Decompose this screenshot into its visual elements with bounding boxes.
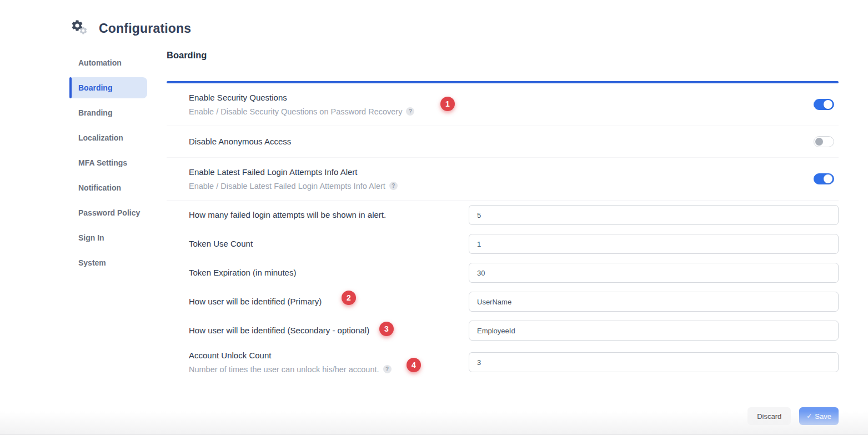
section-title: Boarding [167, 38, 839, 61]
annotation-badge-2: 2 [342, 291, 356, 305]
sidebar-item-password-policy[interactable]: Password Policy [69, 202, 147, 223]
sidebar-item-boarding[interactable]: Boarding [69, 77, 147, 98]
settings-gears-icon [71, 19, 89, 38]
content: Automation Boarding Branding Localizatio… [0, 38, 868, 425]
setting-row-user-identified-secondary: How user will be identified (Secondary -… [167, 316, 839, 345]
discard-button[interactable]: Discard [747, 407, 791, 425]
token-expiration-input[interactable] [469, 263, 839, 283]
app-header: Configurations [0, 0, 868, 38]
sidebar-item-notification[interactable]: Notification [69, 177, 147, 198]
setting-label: Account Unlock Count [189, 349, 469, 362]
sidebar-item-sign-in[interactable]: Sign In [69, 227, 147, 248]
toggle-latest-failed-login-alert[interactable] [814, 173, 834, 184]
annotation-badge-4: 4 [407, 358, 421, 372]
account-unlock-count-input[interactable] [469, 352, 839, 372]
help-icon[interactable]: ? [406, 107, 414, 116]
page-title: Configurations [99, 21, 191, 36]
setting-row-token-use-count: Token Use Count [167, 229, 839, 258]
setting-label: Token Expiration (in minutes) [189, 267, 469, 279]
setting-label: Enable Latest Failed Login Attempts Info… [189, 166, 469, 178]
setting-row-disable-anonymous-access: Disable Anonymous Access [167, 126, 839, 158]
toggle-knob [824, 174, 832, 183]
failed-attempts-shown-input[interactable] [469, 205, 839, 225]
sidebar-item-mfa-settings[interactable]: MFA Settings [69, 152, 147, 173]
boarding-panel: Boarding Enable Security Questions Enabl… [167, 38, 868, 425]
setting-label: How many failed login attempts will be s… [189, 209, 469, 221]
setting-row-user-identified-primary: How user will be identified (Primary) 2 [167, 287, 839, 316]
toggle-disable-anonymous-access[interactable] [814, 136, 834, 147]
help-icon[interactable]: ? [389, 182, 398, 190]
annotation-badge-3: 3 [379, 322, 394, 336]
form-actions: Discard ✓Save [167, 407, 839, 425]
setting-label: Disable Anonymous Access [189, 136, 469, 148]
user-identified-secondary-input[interactable] [469, 321, 839, 341]
setting-label: Enable Security Questions [189, 92, 469, 104]
setting-row-enable-security-questions: Enable Security Questions Enable / Disab… [167, 83, 839, 126]
gear-small-icon [79, 26, 88, 35]
setting-row-latest-failed-login-alert: Enable Latest Failed Login Attempts Info… [167, 158, 839, 201]
configurations-page: Configurations Automation Boarding Brand… [0, 0, 868, 435]
sidebar-item-automation[interactable]: Automation [69, 52, 147, 73]
sidebar-item-localization[interactable]: Localization [69, 127, 147, 148]
toggle-enable-security-questions[interactable] [814, 99, 834, 110]
sidebar: Automation Boarding Branding Localizatio… [69, 38, 167, 425]
sidebar-item-branding[interactable]: Branding [69, 102, 147, 123]
setting-row-failed-attempts-shown: How many failed login attempts will be s… [167, 201, 839, 229]
setting-sublabel: Enable / Disable Security Questions on P… [189, 106, 402, 117]
setting-sublabel: Number of times the user can unlock his/… [189, 364, 379, 375]
setting-label: Token Use Count [189, 238, 469, 250]
setting-label: How user will be identified (Secondary -… [189, 324, 469, 337]
setting-row-account-unlock-count: Account Unlock Count Number of times the… [167, 345, 839, 379]
setting-sublabel: Enable / Disable Latest Failed Login Att… [189, 181, 385, 192]
setting-label: How user will be identified (Primary) [189, 296, 469, 308]
check-icon: ✓ [806, 412, 812, 420]
toggle-knob [815, 138, 823, 146]
help-icon[interactable]: ? [383, 365, 392, 373]
save-button[interactable]: ✓Save [799, 407, 839, 425]
setting-label-block: Enable Security Questions Enable / Disab… [189, 92, 469, 117]
user-identified-primary-input[interactable] [469, 292, 839, 312]
sidebar-item-system[interactable]: System [69, 252, 147, 273]
setting-row-token-expiration: Token Expiration (in minutes) [167, 258, 839, 287]
token-use-count-input[interactable] [469, 234, 839, 254]
annotation-badge-1: 1 [440, 97, 455, 111]
toggle-knob [824, 100, 832, 109]
